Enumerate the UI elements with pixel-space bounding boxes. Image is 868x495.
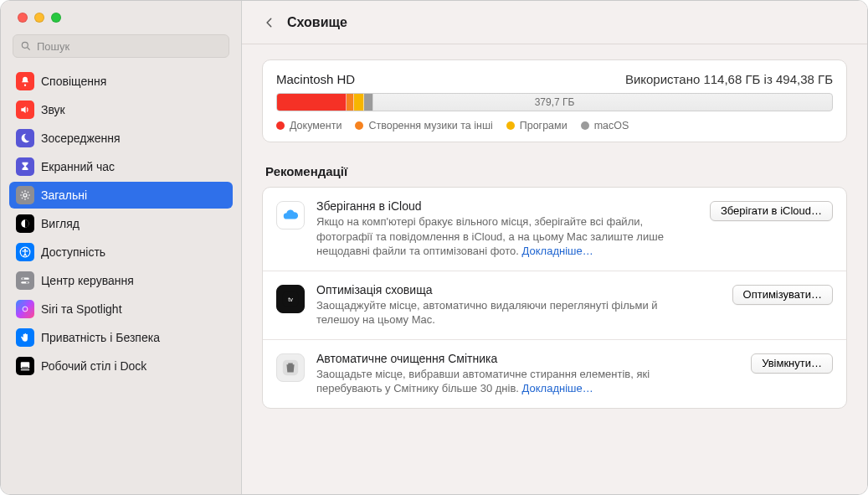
recommendation-desc: Заощаджуйте місце, автоматично видаляючи… bbox=[316, 298, 685, 327]
accessibility-icon bbox=[16, 243, 34, 261]
search-icon bbox=[20, 40, 32, 52]
siri-icon bbox=[16, 300, 34, 318]
recommendation-title: Автоматичне очищення Смітника bbox=[316, 352, 739, 365]
recommendation-action: Оптимізувати… bbox=[732, 285, 833, 305]
sidebar-item-4[interactable]: Загальні bbox=[9, 182, 233, 209]
sidebar: СповіщенняЗвукЗосередженняЕкранний часЗа… bbox=[1, 1, 242, 494]
content-area: Macintosh HD Використано 114,68 ГБ із 49… bbox=[242, 44, 867, 429]
trash-icon bbox=[276, 353, 305, 382]
sidebar-item-label: Центр керування bbox=[41, 274, 134, 287]
svg-line-1 bbox=[28, 48, 30, 50]
titlebar: Сховище bbox=[242, 1, 867, 44]
appletv-icon bbox=[276, 285, 305, 313]
disk-name: Macintosh HD bbox=[276, 72, 355, 86]
recommendation-body: Автоматичне очищення СмітникаЗаощадьте м… bbox=[316, 352, 739, 396]
sidebar-nav: СповіщенняЗвукЗосередженняЕкранний часЗа… bbox=[1, 68, 241, 381]
page-title: Сховище bbox=[287, 15, 347, 30]
recommendation-row-1: Оптимізація сховищаЗаощаджуйте місце, ав… bbox=[263, 271, 846, 339]
sidebar-item-label: Зосередження bbox=[41, 131, 121, 145]
sidebar-item-label: Робочий стіл і Dock bbox=[41, 359, 146, 373]
sidebar-item-label: Приватність і Безпека bbox=[41, 331, 160, 344]
recommendation-desc: Якщо на комп'ютері бракує вільного місця… bbox=[316, 214, 685, 259]
recommendation-button-1[interactable]: Оптимізувати… bbox=[732, 285, 833, 305]
recommendation-action: Увімкнути… bbox=[751, 353, 833, 374]
recommendation-body: Зберігання в iCloudЯкщо на комп'ютері бр… bbox=[316, 199, 698, 259]
legend-item-3: macOS bbox=[581, 120, 629, 131]
main-content: Сховище Macintosh HD Використано 114,68 … bbox=[242, 1, 867, 494]
sidebar-item-9[interactable]: Приватність і Безпека bbox=[9, 324, 233, 351]
sidebar-item-label: Siri та Spotlight bbox=[41, 302, 122, 316]
gear-icon bbox=[16, 186, 34, 204]
dock-icon bbox=[16, 357, 34, 375]
learn-more-link[interactable]: Докладніше… bbox=[522, 382, 593, 394]
recommendation-button-2[interactable]: Увімкнути… bbox=[751, 353, 833, 374]
minimize-window-button[interactable] bbox=[34, 13, 44, 23]
legend-dot-icon bbox=[581, 121, 589, 130]
recommendation-row-0: Зберігання в iCloudЯкщо на комп'ютері бр… bbox=[263, 188, 846, 271]
sidebar-item-1[interactable]: Звук bbox=[9, 96, 233, 123]
icloud-icon bbox=[276, 201, 305, 229]
sidebar-item-7[interactable]: Центр керування bbox=[9, 267, 233, 294]
sidebar-item-label: Вигляд bbox=[41, 217, 80, 230]
sidebar-item-label: Загальні bbox=[41, 188, 87, 202]
disk-usage-text: Використано 114,68 ГБ із 494,38 ГБ bbox=[625, 72, 833, 86]
legend-item-1: Створення музики та інші bbox=[355, 120, 492, 131]
back-button[interactable] bbox=[260, 10, 279, 35]
recommendation-title: Оптимізація сховища bbox=[316, 283, 721, 296]
legend-label: Програми bbox=[520, 120, 568, 131]
legend-label: macOS bbox=[594, 120, 629, 131]
chevron-left-icon bbox=[264, 15, 275, 30]
legend-dot-icon bbox=[276, 121, 285, 130]
recommendation-body: Оптимізація сховищаЗаощаджуйте місце, ав… bbox=[316, 283, 721, 327]
search-field[interactable] bbox=[13, 34, 229, 58]
svg-point-0 bbox=[22, 42, 28, 48]
sidebar-item-label: Сповіщення bbox=[41, 75, 106, 88]
free-space-label: 379,7 ГБ bbox=[277, 94, 832, 111]
sidebar-item-10[interactable]: Робочий стіл і Dock bbox=[9, 353, 233, 379]
sidebar-item-0[interactable]: Сповіщення bbox=[9, 68, 233, 95]
recommendations-list: Зберігання в iCloudЯкщо на комп'ютері бр… bbox=[262, 187, 847, 409]
sidebar-item-label: Екранний час bbox=[41, 160, 115, 173]
storage-legend: ДокументиСтворення музики та іншіПрограм… bbox=[276, 120, 833, 131]
sidebar-item-5[interactable]: Вигляд bbox=[9, 210, 233, 237]
recommendation-action: Зберігати в iCloud… bbox=[710, 201, 833, 221]
zoom-window-button[interactable] bbox=[51, 13, 61, 23]
recommendation-desc: Заощадьте місце, вибравши автоматичне ст… bbox=[316, 367, 685, 396]
sidebar-item-label: Звук bbox=[41, 103, 65, 116]
search-input[interactable] bbox=[37, 40, 222, 53]
legend-item-2: Програми bbox=[506, 120, 568, 131]
contrast-icon bbox=[16, 214, 34, 233]
legend-dot-icon bbox=[355, 121, 363, 130]
search-wrap bbox=[1, 29, 241, 68]
settings-window: СповіщенняЗвукЗосередженняЕкранний часЗа… bbox=[0, 0, 868, 495]
sidebar-item-3[interactable]: Екранний час bbox=[9, 153, 233, 180]
sidebar-item-2[interactable]: Зосередження bbox=[9, 125, 233, 152]
hourglass-icon bbox=[16, 157, 34, 176]
disk-card: Macintosh HD Використано 114,68 ГБ із 49… bbox=[262, 59, 847, 142]
window-controls bbox=[1, 1, 241, 29]
close-window-button[interactable] bbox=[18, 13, 28, 23]
legend-label: Документи bbox=[290, 120, 342, 131]
sidebar-item-6[interactable]: Доступність bbox=[9, 239, 233, 266]
recommendation-row-2: Автоматичне очищення СмітникаЗаощадьте м… bbox=[263, 339, 846, 408]
sidebar-item-8[interactable]: Siri та Spotlight bbox=[9, 296, 233, 322]
hand-icon bbox=[16, 328, 34, 347]
switches-icon bbox=[16, 271, 34, 290]
legend-label: Створення музики та інші bbox=[368, 120, 492, 131]
speaker-icon bbox=[16, 101, 34, 119]
storage-bar: 379,7 ГБ bbox=[276, 93, 833, 111]
recommendation-button-0[interactable]: Зберігати в iCloud… bbox=[710, 201, 833, 221]
sidebar-item-label: Доступність bbox=[41, 245, 105, 259]
recommendations-heading: Рекомендації bbox=[265, 164, 847, 178]
legend-dot-icon bbox=[506, 121, 515, 130]
learn-more-link[interactable]: Докладніше… bbox=[522, 245, 593, 257]
moon-icon bbox=[16, 129, 34, 147]
bell-icon bbox=[16, 72, 34, 90]
recommendation-title: Зберігання в iCloud bbox=[316, 199, 698, 213]
legend-item-0: Документи bbox=[276, 120, 342, 131]
